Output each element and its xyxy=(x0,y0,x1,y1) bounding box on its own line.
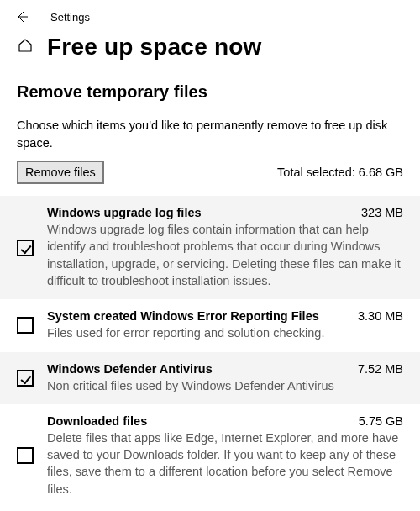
page-title: Free up space now xyxy=(47,34,261,61)
main-section: Remove temporary files Choose which item… xyxy=(0,61,420,508)
topbar: Settings xyxy=(0,0,420,32)
item-title: System created Windows Error Reporting F… xyxy=(47,309,319,323)
item-description: Files used for error reporting and solut… xyxy=(47,324,403,341)
back-icon[interactable] xyxy=(15,10,29,24)
action-row: Remove files Total selected: 6.68 GB xyxy=(17,161,403,184)
list-item[interactable]: Windows upgrade log files 323 MB Windows… xyxy=(0,196,420,299)
item-size: 7.52 MB xyxy=(358,362,403,376)
item-size: 5.75 GB xyxy=(359,414,403,428)
list-item[interactable]: System created Windows Error Reporting F… xyxy=(0,299,420,351)
checkbox[interactable] xyxy=(17,240,34,256)
app-title: Settings xyxy=(50,11,90,24)
item-description: Windows upgrade log files contain inform… xyxy=(47,221,403,289)
checkbox[interactable] xyxy=(17,447,34,464)
item-size: 3.30 MB xyxy=(358,309,403,323)
remove-files-button[interactable]: Remove files xyxy=(17,161,104,184)
item-description: Delete files that apps like Edge, Intern… xyxy=(47,429,403,498)
item-title: Windows upgrade log files xyxy=(47,206,202,219)
section-heading: Remove temporary files xyxy=(17,82,403,102)
item-title: Downloaded files xyxy=(47,414,147,428)
item-title: Windows Defender Antivirus xyxy=(47,362,213,376)
titlebar: Free up space now xyxy=(0,32,420,61)
list-item[interactable]: Downloaded files 5.75 GB Delete files th… xyxy=(0,404,420,508)
home-icon[interactable] xyxy=(17,37,34,57)
item-description: Non critical files used by Windows Defen… xyxy=(47,377,403,394)
checkbox[interactable] xyxy=(17,317,34,334)
file-list: Windows upgrade log files 323 MB Windows… xyxy=(0,196,420,508)
total-selected-label: Total selected: 6.68 GB xyxy=(277,166,403,179)
section-description: Choose which items you'd like to permane… xyxy=(17,117,403,152)
item-size: 323 MB xyxy=(361,206,403,219)
checkbox[interactable] xyxy=(17,370,34,387)
list-item[interactable]: Windows Defender Antivirus 7.52 MB Non c… xyxy=(0,352,420,404)
